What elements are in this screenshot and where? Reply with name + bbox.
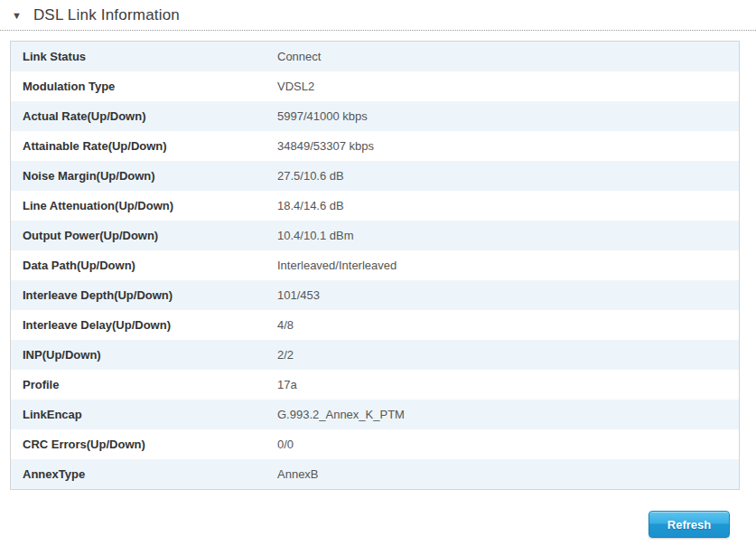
row-label: Noise Margin(Up/Down) [11,169,277,183]
row-value: 17a [277,378,297,391]
table-row: Interleave Depth(Up/Down) 101/453 [11,280,739,310]
table-row: Interleave Delay(Up/Down) 4/8 [11,310,739,340]
row-value: VDSL2 [277,80,314,93]
row-value: 101/453 [277,288,320,302]
table-row: Link Status Connect [11,42,739,71]
row-value: Connect [277,50,321,63]
row-value: 0/0 [277,438,294,451]
refresh-button[interactable]: Refresh [649,511,730,538]
row-value: Interleaved/Interleaved [277,259,397,272]
row-label: Interleave Delay(Up/Down) [11,318,277,332]
row-value: 34849/53307 kbps [277,139,374,153]
table-row: Line Attenuation(Up/Down) 18.4/14.6 dB [11,191,739,221]
row-label: Profile [11,378,277,391]
row-label: Interleave Depth(Up/Down) [11,288,277,302]
collapse-triangle-icon[interactable]: ▼ [12,11,22,21]
dsl-info-table: Link Status Connect Modulation Type VDSL… [10,41,740,490]
table-row: Noise Margin(Up/Down) 27.5/10.6 dB [11,161,739,191]
row-label: Line Attenuation(Up/Down) [11,199,277,212]
row-label: CRC Errors(Up/Down) [11,438,277,451]
row-value: 2/2 [277,348,294,362]
table-row: INP(Up/Down) 2/2 [11,340,739,370]
table-row: Data Path(Up/Down) Interleaved/Interleav… [11,250,739,280]
row-label: LinkEncap [11,408,277,421]
table-row: LinkEncap G.993.2_Annex_K_PTM [11,400,739,429]
header-divider [0,30,756,31]
table-row: Output Power(Up/Down) 10.4/10.1 dBm [11,221,739,250]
table-row: AnnexType AnnexB [11,459,739,489]
row-label: Link Status [11,50,277,63]
table-row: Modulation Type VDSL2 [11,71,739,101]
row-value: 18.4/14.6 dB [277,199,344,212]
row-value: 10.4/10.1 dBm [277,229,354,242]
row-label: Output Power(Up/Down) [11,229,277,242]
row-value: 5997/41000 kbps [277,109,368,123]
row-label: AnnexType [11,467,277,481]
row-value: G.993.2_Annex_K_PTM [277,408,405,421]
page-title: DSL Link Information [33,6,180,24]
row-label: Actual Rate(Up/Down) [11,109,277,123]
table-row: Attainable Rate(Up/Down) 34849/53307 kbp… [11,131,739,161]
row-value: 27.5/10.6 dB [277,169,344,183]
table-row: Profile 17a [11,370,739,400]
row-label: Modulation Type [11,80,277,93]
row-label: Attainable Rate(Up/Down) [11,139,277,153]
row-label: INP(Up/Down) [11,348,277,362]
table-row: CRC Errors(Up/Down) 0/0 [11,429,739,459]
row-value: AnnexB [277,467,319,481]
row-label: Data Path(Up/Down) [11,259,277,272]
section-header: ▼ DSL Link Information [0,0,756,24]
table-row: Actual Rate(Up/Down) 5997/41000 kbps [11,101,739,131]
row-value: 4/8 [277,318,294,332]
